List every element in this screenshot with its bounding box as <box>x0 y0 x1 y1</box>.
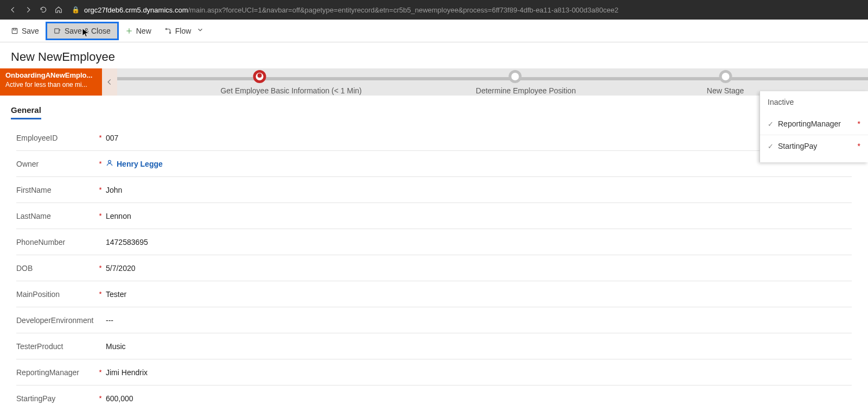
required-icon: * <box>95 134 106 142</box>
new-label: New <box>136 27 151 35</box>
field-developerenvironment[interactable]: DeveloperEnvironment --- <box>16 307 852 333</box>
field-label: StartingPay <box>16 394 95 403</box>
new-button[interactable]: New <box>119 22 158 40</box>
required-icon: * <box>95 186 106 194</box>
field-value[interactable]: Music <box>106 342 852 351</box>
field-value[interactable]: Jimi Hendrix <box>106 368 852 377</box>
svg-rect-2 <box>55 28 59 33</box>
svg-point-7 <box>108 160 111 163</box>
flyout-item-label: StartingPay <box>778 142 854 150</box>
flyout-header: Inactive <box>760 91 868 113</box>
user-icon <box>106 159 113 168</box>
stage-flyout-panel: Inactive ✓ ReportingManager * ✓ Starting… <box>760 91 868 162</box>
flow-label: Flow <box>175 27 192 35</box>
bpf-stage-1[interactable]: Get Employee Basic Information (< 1 Min) <box>220 69 299 95</box>
field-label: EmployeeID <box>16 134 95 142</box>
page-title: New NewEmployee <box>0 42 868 68</box>
field-value[interactable]: 5/7/2020 <box>106 264 852 273</box>
svg-rect-0 <box>12 28 17 33</box>
required-icon: * <box>95 160 106 168</box>
bpf-stage-2[interactable]: Determine Employee Position <box>476 69 554 95</box>
check-icon: ✓ <box>768 142 774 150</box>
field-value[interactable]: 1472583695 <box>106 238 852 246</box>
field-label: PhoneNumber <box>16 238 95 246</box>
bpf-name: OnboardingANewEmplo... <box>5 71 97 80</box>
required-icon: * <box>95 212 106 220</box>
bpf-stage-3[interactable]: New Stage <box>686 69 765 95</box>
chevron-down-icon <box>196 26 204 35</box>
field-dob[interactable]: DOB * 5/7/2020 <box>16 255 852 281</box>
check-icon: ✓ <box>768 120 774 128</box>
save-icon <box>11 27 18 35</box>
field-value[interactable]: 600,000 <box>106 394 852 403</box>
field-value[interactable]: John <box>106 186 852 194</box>
save-and-close-button[interactable]: Save & Close <box>46 22 119 40</box>
svg-rect-1 <box>14 28 16 30</box>
save-button[interactable]: Save <box>4 22 46 40</box>
save-close-icon <box>54 27 61 35</box>
url-host: orgc27fdeb6.crm5.dynamics.com <box>84 6 188 14</box>
required-icon: * <box>95 394 106 402</box>
required-icon: * <box>858 119 860 128</box>
command-bar: Save Save & Close New Flow <box>0 20 868 42</box>
url-path: /main.aspx?forceUCI=1&navbar=off&pagetyp… <box>188 6 618 14</box>
flyout-item-reportingmanager[interactable]: ✓ ReportingManager * <box>760 113 868 135</box>
bpf-info-block[interactable]: OnboardingANewEmplo... Active for less t… <box>0 68 102 96</box>
back-button[interactable] <box>5 2 21 17</box>
save-label: Save <box>22 27 39 35</box>
field-firstname[interactable]: FirstName * John <box>16 177 852 203</box>
field-value[interactable]: Lennon <box>106 212 852 220</box>
field-lastname[interactable]: LastName * Lennon <box>16 203 852 229</box>
stage-ring-icon <box>509 70 522 83</box>
svg-point-5 <box>165 28 167 29</box>
form-tabs: General <box>0 96 868 119</box>
flow-button[interactable]: Flow <box>158 22 211 40</box>
bpf-status: Active for less than one mi... <box>5 80 97 89</box>
field-value[interactable]: --- <box>106 316 852 325</box>
svg-point-6 <box>169 32 170 33</box>
save-close-label: Save & Close <box>65 27 111 35</box>
field-value[interactable]: Henry Legge <box>106 159 852 168</box>
field-label: ReportingManager <box>16 368 95 377</box>
tab-general[interactable]: General <box>11 105 41 119</box>
field-startingpay[interactable]: StartingPay * 600,000 <box>16 385 852 411</box>
field-phonenumber[interactable]: PhoneNumber 1472583695 <box>16 229 852 255</box>
required-icon: * <box>95 368 106 376</box>
field-label: DeveloperEnvironment <box>16 316 95 325</box>
form-area: EmployeeID * 007 Owner * Henry Legge Fir… <box>0 119 868 411</box>
flyout-item-label: ReportingManager <box>778 119 854 128</box>
flyout-item-startingpay[interactable]: ✓ StartingPay * <box>760 135 868 157</box>
required-icon: * <box>95 264 106 272</box>
field-label: LastName <box>16 212 95 220</box>
required-icon: * <box>858 142 860 150</box>
field-reportingmanager[interactable]: ReportingManager * Jimi Hendrix <box>16 359 852 385</box>
stage-1-label: Get Employee Basic Information (< 1 Min) <box>220 86 299 95</box>
field-label: Owner <box>16 160 95 168</box>
field-label: MainPosition <box>16 290 95 299</box>
reload-button[interactable] <box>36 2 51 17</box>
flow-icon <box>164 27 172 35</box>
stage-2-label: Determine Employee Position <box>476 86 554 95</box>
field-label: TesterProduct <box>16 342 95 351</box>
field-label: DOB <box>16 264 95 273</box>
lock-icon: 🔒 <box>72 6 80 14</box>
field-employeeid[interactable]: EmployeeID * 007 <box>16 125 852 151</box>
required-icon: * <box>95 290 106 298</box>
field-label: FirstName <box>16 186 95 194</box>
business-process-flow: OnboardingANewEmplo... Active for less t… <box>0 68 868 96</box>
field-value[interactable]: 007 <box>106 134 852 142</box>
bpf-collapse-button[interactable] <box>102 68 117 96</box>
stage-ring-icon <box>719 70 732 83</box>
owner-name: Henry Legge <box>117 160 163 168</box>
field-testerproduct[interactable]: TesterProduct Music <box>16 333 852 359</box>
address-bar[interactable]: 🔒 orgc27fdeb6.crm5.dynamics.com /main.as… <box>72 6 863 14</box>
field-owner[interactable]: Owner * Henry Legge <box>16 151 852 177</box>
stage-ring-icon <box>253 70 266 83</box>
home-button[interactable] <box>51 2 66 17</box>
forward-button[interactable] <box>21 2 36 17</box>
field-value[interactable]: Tester <box>106 290 852 299</box>
browser-chrome: 🔒 orgc27fdeb6.crm5.dynamics.com /main.as… <box>0 0 868 20</box>
field-mainposition[interactable]: MainPosition * Tester <box>16 281 852 307</box>
bpf-track: Get Employee Basic Information (< 1 Min)… <box>117 68 868 96</box>
plus-icon <box>125 27 133 35</box>
